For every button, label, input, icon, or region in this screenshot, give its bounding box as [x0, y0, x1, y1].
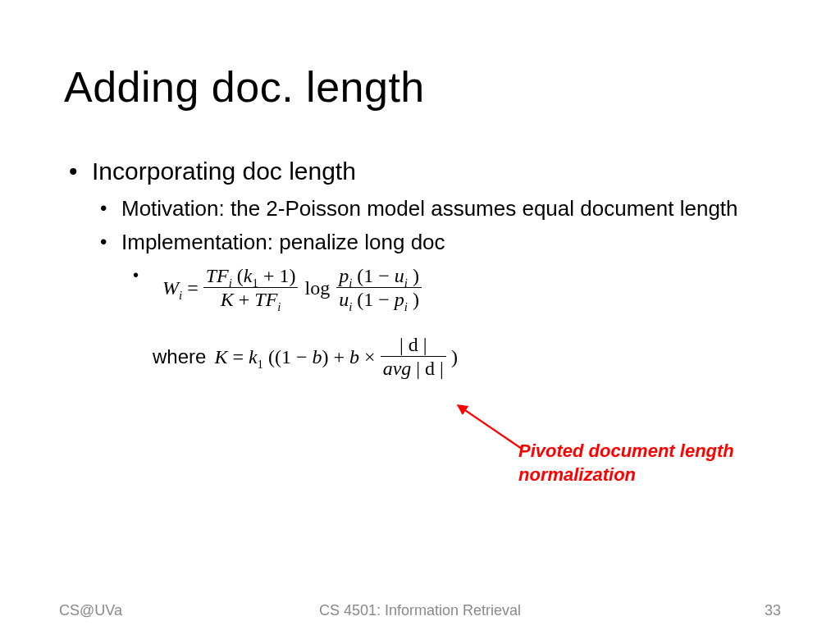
arrow-icon [454, 404, 528, 454]
equation-K: K = k1 ((1 − b) + b × | d | avg | d | ) [214, 334, 458, 380]
footer-center: CS 4501: Information Retrieval [0, 602, 840, 619]
slide-title: Adding doc. length [64, 62, 425, 112]
bullet-level2-motivation: Motivation: the 2-Poisson model assumes … [64, 195, 769, 223]
annotation-label: Pivoted document length normalization [518, 440, 765, 486]
footer-page-number: 33 [765, 602, 781, 619]
where-label: where [153, 345, 206, 369]
bullet-level3-equation: Wi = TFi (k1 + 1) K + TFi [64, 265, 769, 311]
slide: Adding doc. length Incorporating doc len… [0, 0, 840, 630]
slide-body: Incorporating doc length Motivation: the… [64, 156, 769, 380]
bullet-level2-implementation: Implementation: penalize long doc [64, 229, 769, 257]
equation-weight: Wi = TFi (k1 + 1) K + TFi [162, 265, 422, 311]
svg-line-0 [463, 409, 522, 449]
where-clause: where K = k1 ((1 − b) + b × | d | avg | … [64, 334, 769, 380]
bullet-level1: Incorporating doc length [64, 156, 769, 187]
